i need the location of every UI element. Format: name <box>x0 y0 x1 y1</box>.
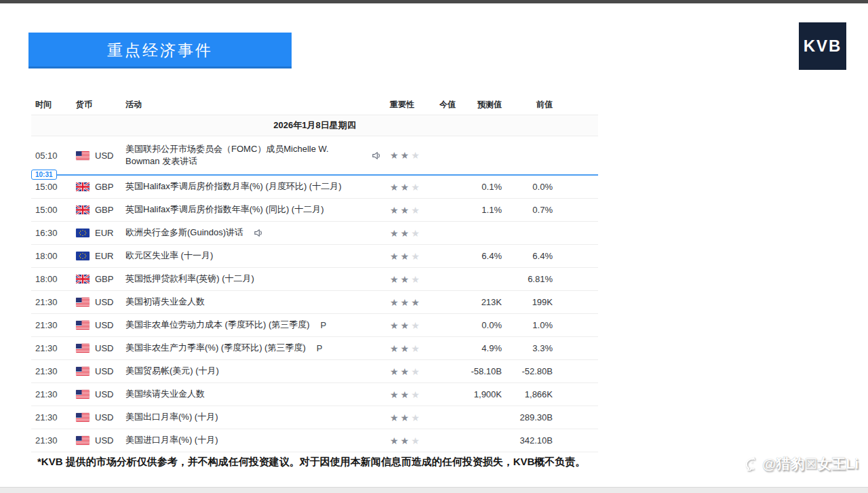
star-filled-icon: ★ <box>390 343 401 354</box>
kvb-logo: KVB <box>799 22 846 70</box>
forecast-value: 4.9% <box>456 343 502 353</box>
currency-flag-icon <box>76 229 90 237</box>
event-currency: EUR <box>76 251 125 261</box>
section-title-button[interactable]: 重点经济事件 <box>28 33 292 68</box>
previous-value: 0.0% <box>502 182 553 192</box>
watermark-text: @猎豹☒女王Li <box>762 454 859 473</box>
star-empty-icon: ★ <box>411 274 422 285</box>
star-filled-icon: ★ <box>390 320 401 331</box>
currency-flag-icon <box>76 275 90 283</box>
star-filled-icon: ★ <box>401 343 412 354</box>
event-activity-text: 英国Halifax季调后房价指数月率(%) (月度环比) (十二月) <box>125 180 342 193</box>
event-activity-text: 美国续请失业金人数 <box>125 388 205 400</box>
economic-calendar-table: 时间 货币 活动 重要性 今值 预测值 前值 2026年1月8日星期四 05:1… <box>31 95 598 452</box>
event-time: 15:00 <box>35 182 76 192</box>
star-filled-icon: ★ <box>401 412 412 423</box>
currency-code: GBP <box>95 274 113 284</box>
event-time: 21:30 <box>35 389 76 399</box>
event-time: 21:30 <box>35 297 76 307</box>
star-empty-icon: ★ <box>411 150 422 161</box>
speaker-icon[interactable] <box>371 151 381 161</box>
previous-value: 342.10B <box>502 435 553 446</box>
star-empty-icon: ★ <box>411 182 422 193</box>
event-row: 21:30 USD 美国非农生产力季率(%) (季度环比) (第三季度) P ★… <box>31 337 598 360</box>
disclaimer-text: *KVB 提供的市场分析仅供参考，并不构成任何投资建议。对于因使用本新闻信息而造… <box>37 456 648 469</box>
currency-flag-icon <box>76 151 90 160</box>
star-empty-icon: ★ <box>411 343 422 354</box>
importance-stars: ★★★ <box>390 274 431 285</box>
importance-stars: ★★★ <box>390 251 431 262</box>
event-row: 21:30 USD 美国进口月率(%) (十月) ★★★ 342.10B <box>31 429 598 452</box>
event-activity: 美国联邦公开市场委员会（FOMC）成员Michelle W. Bowman 发表… <box>125 143 390 167</box>
event-time: 21:30 <box>35 412 76 422</box>
table-header-row: 时间 货币 活动 重要性 今值 预测值 前值 <box>31 95 598 115</box>
event-activity: 欧元区失业率 (十一月) <box>125 250 390 262</box>
previous-value: 6.81% <box>502 274 553 284</box>
currency-flag-icon <box>76 413 90 422</box>
star-filled-icon: ★ <box>390 150 401 161</box>
event-row: 21:30 USD 美国续请失业金人数 ★★★ 1,900K 1,866K <box>31 383 598 406</box>
forecast-value: 0.0% <box>456 320 502 330</box>
star-filled-icon: ★ <box>390 389 401 400</box>
event-row: 21:30 USD 美国非农单位劳动力成本 (季度环比) (第三季度) P ★★… <box>31 314 598 337</box>
forecast-value: 6.4% <box>456 251 502 261</box>
currency-code: USD <box>95 151 113 161</box>
currency-code: USD <box>95 389 113 399</box>
previous-value: -52.80B <box>502 366 553 376</box>
col-header-activity: 活动 <box>125 99 390 111</box>
importance-stars: ★★★ <box>390 228 431 239</box>
preliminary-flag: P <box>317 343 323 353</box>
event-row: 16:30 EUR 欧洲央行金多斯(Guindos)讲话 ★★★ <box>31 222 598 245</box>
event-row: 21:30 USD 美国出口月率(%) (十月) ★★★ 289.30B <box>31 406 598 429</box>
currency-flag-icon <box>76 344 90 353</box>
event-row: 18:00 GBP 英国抵押贷款利率(英镑) (十二月) ★★★ 6.81% <box>31 268 598 291</box>
event-row: 05:10 USD 美国联邦公开市场委员会（FOMC）成员Michelle W.… <box>31 136 598 174</box>
star-empty-icon: ★ <box>411 205 422 216</box>
previous-value: 6.4% <box>502 251 553 261</box>
star-filled-icon: ★ <box>390 228 401 239</box>
event-currency: USD <box>76 320 125 330</box>
event-activity: 美国进口月率(%) (十月) <box>125 434 390 446</box>
previous-value: 1.0% <box>502 320 553 330</box>
currency-code: USD <box>95 297 113 307</box>
star-filled-icon: ★ <box>401 389 412 400</box>
importance-stars: ★★★ <box>390 366 431 377</box>
event-activity: 美国非农单位劳动力成本 (季度环比) (第三季度) P <box>125 319 390 331</box>
event-activity-text: 欧元区失业率 (十一月) <box>125 250 213 262</box>
star-filled-icon: ★ <box>401 366 412 377</box>
forecast-value: 1.1% <box>456 205 502 215</box>
importance-stars: ★★★ <box>390 343 431 354</box>
event-activity: 美国出口月率(%) (十月) <box>125 411 390 423</box>
star-empty-icon: ★ <box>411 366 422 377</box>
importance-stars: ★★★ <box>390 205 431 216</box>
forecast-value: 213K <box>456 297 502 307</box>
event-time: 18:00 <box>35 251 76 261</box>
col-header-currency: 货币 <box>76 99 125 111</box>
star-filled-icon: ★ <box>401 435 412 446</box>
event-activity-text: 美国非农生产力季率(%) (季度环比) (第三季度) <box>125 342 306 354</box>
event-currency: EUR <box>76 228 125 238</box>
star-filled-icon: ★ <box>390 435 401 446</box>
star-filled-icon: ★ <box>401 251 412 262</box>
event-activity-text: 英国抵押贷款利率(英镑) (十二月) <box>125 273 254 285</box>
star-filled-icon: ★ <box>411 297 422 308</box>
currency-code: GBP <box>95 205 113 215</box>
previous-value: 1,866K <box>502 389 553 399</box>
current-time-marker-line: 10:31 <box>31 174 598 176</box>
speaker-icon[interactable] <box>253 228 263 238</box>
previous-value: 3.3% <box>502 343 553 353</box>
event-activity: 美国非农生产力季率(%) (季度环比) (第三季度) P <box>125 342 390 354</box>
col-header-importance: 重要性 <box>390 99 431 111</box>
event-currency: USD <box>76 389 125 399</box>
event-activity-text: 美国贸易帐(美元) (十月) <box>125 365 219 377</box>
event-activity-text: 美国联邦公开市场委员会（FOMC）成员Michelle W. Bowman 发表… <box>125 143 361 167</box>
event-time: 21:30 <box>35 435 76 446</box>
col-header-time: 时间 <box>35 99 76 111</box>
col-header-previous: 前值 <box>502 99 553 111</box>
star-filled-icon: ★ <box>401 297 412 308</box>
importance-stars: ★★★ <box>390 412 431 423</box>
event-activity: 美国初请失业金人数 <box>125 296 390 308</box>
importance-stars: ★★★ <box>390 182 431 193</box>
event-row: 15:00 GBP 英国Halifax季调后房价指数年率(%) (同比) (十二… <box>31 199 598 222</box>
currency-flag-icon <box>76 205 90 214</box>
